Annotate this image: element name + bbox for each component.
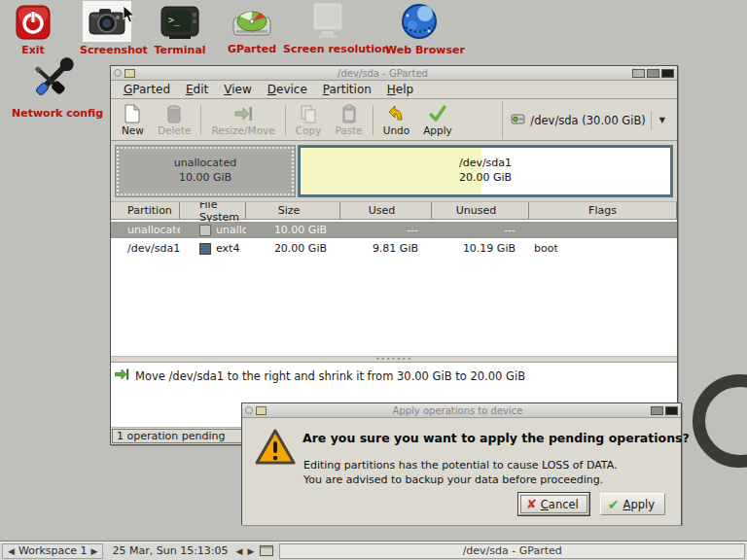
chevron-down-icon: ▼ [651, 111, 665, 130]
new-button[interactable]: New [115, 101, 151, 139]
toolbar-separator [200, 105, 201, 135]
window-menu-icon[interactable] [114, 69, 122, 77]
undo-button[interactable]: Undo [376, 101, 416, 139]
desktop-icon-label: Terminal [152, 44, 208, 56]
tools-icon [25, 56, 76, 105]
app-icon [256, 406, 267, 415]
globe-icon [397, 1, 442, 42]
desktop-icon-label: Network config [12, 107, 89, 120]
window-menu-icon[interactable] [245, 406, 253, 414]
partition-table: Partition File System Size Used Unused F… [111, 202, 677, 356]
column-header-filesystem[interactable]: File System [180, 202, 246, 220]
table-row-unallocated[interactable]: unallocated unallocated 10.00 GiB --- --… [111, 222, 677, 238]
workspace-label: Workspace 1 [18, 544, 88, 557]
terminal-icon: >_ [158, 3, 202, 42]
exit-icon [14, 3, 53, 42]
toolbar-separator [373, 105, 374, 135]
copy-icon [300, 104, 317, 123]
apply-button[interactable]: ✔ Apply [600, 493, 665, 515]
copy-button[interactable]: Copy [289, 101, 329, 139]
dialog-body-line1: Editing partitions has the potential to … [303, 458, 618, 472]
menu-edit[interactable]: Edit [178, 82, 216, 97]
dialog-buttons: ✘ Cancel ✔ Apply [518, 493, 665, 515]
close-button[interactable] [661, 69, 674, 78]
new-partition-icon [124, 104, 141, 123]
resize-move-button[interactable]: Resize/Move [204, 101, 281, 139]
column-header-flags[interactable]: Flags [529, 202, 677, 220]
desktop-icon-terminal[interactable]: >_ Terminal [152, 3, 208, 56]
mouse-cursor [123, 5, 135, 26]
desktop-icon-screen-resolution[interactable]: Screen resolution [283, 0, 373, 55]
taskbar-task-gparted[interactable]: /dev/sda - GParted [279, 543, 745, 559]
desktop-icon-label: Screenshot [80, 44, 134, 56]
column-header-used[interactable]: Used [340, 202, 432, 220]
desktop-icon-exit[interactable]: Exit [8, 3, 58, 56]
show-desktop-icon[interactable] [260, 545, 273, 556]
gparted-icon [229, 6, 275, 41]
minimize-button[interactable] [632, 69, 645, 78]
taskbar-clock: 25 Mar, Sun 15:13:05 [112, 544, 228, 557]
drive-icon [511, 113, 525, 128]
resize-move-icon [233, 104, 253, 123]
toolbar-separator [285, 105, 286, 135]
table-row-sda1[interactable]: /dev/sda1 ext4 20.00 GiB 9.81 GiB 10.19 … [111, 240, 677, 257]
warning-icon [255, 429, 296, 469]
column-header-partition[interactable]: Partition [111, 202, 180, 220]
paste-icon [341, 104, 357, 123]
operation-item[interactable]: Move /dev/sda1 to the right and shrink i… [114, 367, 674, 385]
apply-check-icon: ✔ [608, 498, 620, 511]
filesystem-swatch-unallocated [199, 225, 211, 236]
pager-left-arrow[interactable]: ◀ [236, 546, 243, 556]
device-selector[interactable]: /dev/sda (30.00 GiB) ▼ [503, 101, 673, 139]
delete-icon [166, 104, 182, 123]
maximize-button[interactable] [647, 69, 659, 78]
desktop-icon-label: Web Browser [385, 44, 453, 56]
maximize-button[interactable] [651, 406, 663, 415]
sda1-used-fill [301, 148, 481, 194]
workspace-prev-arrow[interactable]: ◀ [8, 546, 15, 556]
cancel-x-icon: ✘ [526, 498, 537, 510]
dialog-body-line2: You are advised to backup your data befo… [303, 472, 618, 487]
menu-device[interactable]: Device [260, 82, 315, 97]
desktop-icon-gparted[interactable]: GParted [226, 6, 278, 55]
workspace-switcher: ◀ Workspace 1 ▶ [2, 543, 103, 559]
device-selector-value: /dev/sda (30.00 GiB) [530, 114, 645, 127]
partition-box-sda1[interactable]: /dev/sda1 20.00 GiB [298, 145, 673, 197]
dialog-content: Are you sure you want to apply the pendi… [242, 418, 681, 525]
column-header-size[interactable]: Size [246, 202, 340, 220]
window-title: /dev/sda - GParted [135, 68, 630, 79]
apply-toolbar-button[interactable]: Apply [416, 101, 459, 139]
pager-right-arrow[interactable]: ▶ [247, 546, 254, 556]
filesystem-swatch-ext4 [199, 243, 211, 255]
desktop-icon-web-browser[interactable]: Web Browser [385, 1, 453, 56]
partition-box-unallocated[interactable]: unallocated 10.00 GiB [115, 145, 296, 197]
taskbar: ◀ Workspace 1 ▶ 25 Mar, Sun 15:13:05 ◀ ▶… [0, 541, 747, 560]
menu-partition[interactable]: Partition [315, 82, 379, 97]
delete-button[interactable]: Delete [151, 101, 198, 139]
pager-arrows: ◀ ▶ [236, 546, 255, 556]
undo-icon [386, 104, 406, 123]
dialog-body: Editing partitions has the potential to … [303, 458, 618, 488]
svg-text:>_: >_ [168, 15, 181, 26]
paste-button[interactable]: Paste [328, 101, 369, 139]
close-button[interactable] [665, 406, 678, 415]
workspace-next-arrow[interactable]: ▶ [91, 546, 98, 556]
gparted-titlebar[interactable]: /dev/sda - GParted [111, 66, 677, 81]
menu-view[interactable]: View [216, 82, 259, 97]
dialog-titlebar[interactable]: Apply operations to device [242, 403, 681, 418]
desktop-icon-label: GParted [226, 43, 278, 55]
desktop-icon-network-config[interactable]: Network config [12, 56, 89, 120]
toolbar: New Delete Resize/Move Copy Paste Undo A… [111, 99, 677, 141]
column-header-unused[interactable]: Unused [432, 202, 529, 220]
apply-operations-dialog: Apply operations to device Are you sure … [241, 402, 682, 525]
desktop-icon-label: Exit [8, 44, 58, 56]
table-header-row: Partition File System Size Used Unused F… [111, 202, 677, 220]
gparted-window: /dev/sda - GParted GParted Edit View Dev… [110, 65, 678, 445]
menu-gparted[interactable]: GParted [116, 82, 178, 97]
cancel-button[interactable]: ✘ Cancel [518, 493, 589, 515]
desktop-icon-label: Screen resolution [283, 43, 373, 55]
menubar: GParted Edit View Device Partition Help [111, 81, 677, 99]
wallpaper-ink-circle [693, 374, 747, 468]
menu-help[interactable]: Help [379, 82, 421, 97]
apply-check-icon [428, 104, 447, 123]
